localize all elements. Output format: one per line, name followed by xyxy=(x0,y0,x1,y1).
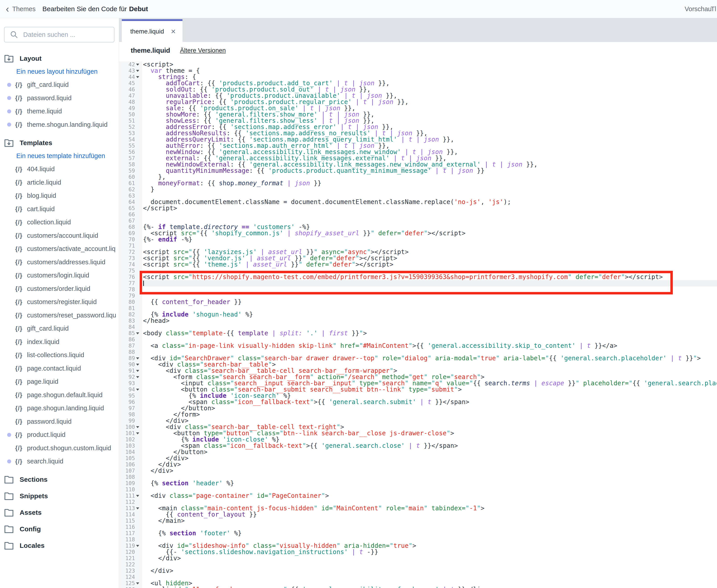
code-line[interactable]: 121 </div> xyxy=(119,555,717,562)
fold-toggle-icon[interactable] xyxy=(136,64,139,66)
sidebar-file-item[interactable]: {/}password.liquid xyxy=(0,91,119,105)
code-line[interactable]: 93 <input class="search__input search-ba… xyxy=(119,380,717,386)
sidebar-file-item[interactable]: {/}cart.liquid xyxy=(0,203,119,216)
code-line[interactable]: 123 </div> xyxy=(119,568,717,574)
code-line[interactable]: 102 {% include 'icon-close' %} xyxy=(119,436,717,443)
code-line[interactable]: 120 {{- 'sections.slideshow.navigation_i… xyxy=(119,549,717,555)
code-line[interactable]: 83</head> xyxy=(119,318,717,324)
sidebar-section-layout[interactable]: Layout xyxy=(0,52,119,65)
fold-toggle-icon[interactable] xyxy=(136,433,139,435)
code-line[interactable]: 88 xyxy=(119,349,717,355)
code-line[interactable]: 76<script src="https://shopify.magento-t… xyxy=(119,274,717,280)
code-line[interactable]: 116 xyxy=(119,524,717,530)
code-line[interactable]: 73<script src="{{ 'vendor.js' | asset_ur… xyxy=(119,255,717,261)
sidebar-file-item[interactable]: {/}product.shogun.custom.liquid xyxy=(0,442,119,455)
sidebar-folder-sections[interactable]: Sections xyxy=(0,471,119,488)
code-line[interactable]: 50 showMore: {{ 'general.filters.show_mo… xyxy=(119,111,717,118)
code-line[interactable]: 98 </form> xyxy=(119,412,717,418)
code-line[interactable]: 74<script src="{{ 'theme.js' | asset_url… xyxy=(119,261,717,268)
code-line[interactable]: 113 <main class="main-content js-focus-h… xyxy=(119,505,717,511)
code-line[interactable]: 90 <div class="search-bar__table"> xyxy=(119,361,717,368)
code-line[interactable]: 119 <div id="slideshow-info" class="visu… xyxy=(119,543,717,549)
code-line[interactable]: 61 moneyFormat: {{ shop.money_format | j… xyxy=(119,180,717,186)
fold-toggle-icon[interactable] xyxy=(136,545,139,547)
code-line[interactable]: 112 xyxy=(119,499,717,505)
code-line[interactable]: 122 xyxy=(119,562,717,568)
code-line[interactable]: 66 xyxy=(119,211,717,218)
code-line[interactable]: 86 xyxy=(119,336,717,343)
code-line[interactable]: 56 newWindow: {{ 'general.accessibility.… xyxy=(119,149,717,155)
code-line[interactable]: 63 xyxy=(119,193,717,199)
sidebar-file-item[interactable]: {/}page.contact.liquid xyxy=(0,362,119,375)
code-line[interactable]: 60 }, xyxy=(119,174,717,180)
code-line[interactable]: 97 </button> xyxy=(119,405,717,412)
sidebar-file-item[interactable]: {/}blog.liquid xyxy=(0,189,119,203)
older-versions-link[interactable]: Ältere Versionen xyxy=(180,47,226,54)
code-line[interactable]: 51 showLess: {{ 'general.filters.show_le… xyxy=(119,118,717,124)
code-line[interactable]: 110 xyxy=(119,486,717,493)
code-line[interactable]: 92 <form class="search search-bar__form"… xyxy=(119,374,717,380)
sidebar-file-item[interactable]: {/}page.liquid xyxy=(0,375,119,388)
code-line[interactable]: 114 {{ content_for_layout }} xyxy=(119,511,717,518)
code-line[interactable]: 117 {% section 'footer' %} xyxy=(119,530,717,537)
tab-theme-liquid[interactable]: theme.liquid ✕ xyxy=(122,19,182,42)
code-line[interactable]: 125 <ul hidden> xyxy=(119,580,717,586)
fold-toggle-icon[interactable] xyxy=(136,70,139,72)
code-line[interactable]: 44 strings: { xyxy=(119,74,717,80)
sidebar-file-item[interactable]: {/}article.liquid xyxy=(0,176,119,189)
theme-actions-clipped[interactable]: Tl xyxy=(711,0,716,18)
code-line[interactable]: 62 } xyxy=(119,186,717,193)
code-line[interactable]: 95 {% include 'icon-search' %} xyxy=(119,393,717,399)
sidebar-folder-config[interactable]: Config xyxy=(0,521,119,537)
sidebar-file-item[interactable]: {/}product.liquid xyxy=(0,428,119,442)
fold-toggle-icon[interactable] xyxy=(136,495,139,497)
sidebar-section-templates[interactable]: Templates xyxy=(0,136,119,149)
sidebar-file-item[interactable]: {/}password.liquid xyxy=(0,415,119,428)
search-input[interactable] xyxy=(23,31,108,39)
sidebar-folder-assets[interactable]: Assets xyxy=(0,504,119,521)
code-line[interactable]: 72<script src="{{ 'lazysizes.js' | asset… xyxy=(119,249,717,255)
sidebar-folder-locales[interactable]: Locales xyxy=(0,537,119,554)
code-line[interactable]: 43 var theme = { xyxy=(119,68,717,74)
preview-link[interactable]: Vorschau xyxy=(685,5,712,13)
code-line[interactable]: 42<script> xyxy=(119,61,717,68)
add-layout-link[interactable]: Ein neues layout hinzufügen xyxy=(0,65,119,78)
code-line[interactable]: 45 addToCart: {{ 'products.product.add_t… xyxy=(119,80,717,86)
sidebar-folder-snippets[interactable]: Snippets xyxy=(0,488,119,504)
sidebar-file-item[interactable]: {/}gift_card.liquid xyxy=(0,78,119,91)
code-line[interactable]: 46 soldOut: {{ 'products.product.sold_ou… xyxy=(119,86,717,93)
sidebar-file-item[interactable]: {/}collection.liquid xyxy=(0,216,119,229)
code-line[interactable]: 49 sale: {{ 'products.product.on_sale' |… xyxy=(119,105,717,111)
sidebar-file-item[interactable]: {/}customers/order.liquid xyxy=(0,282,119,296)
code-line[interactable]: 105 </div> xyxy=(119,455,717,461)
sidebar-file-item[interactable]: {/}theme.liquid xyxy=(0,105,119,118)
sidebar-file-item[interactable]: {/}index.liquid xyxy=(0,335,119,349)
fold-toggle-icon[interactable] xyxy=(136,364,139,366)
code-line[interactable]: 64 document.documentElement.className = … xyxy=(119,199,717,205)
code-line[interactable]: 124 xyxy=(119,574,717,580)
code-editor[interactable]: 42<script>43 var theme = {44 strings: {4… xyxy=(119,61,717,588)
sidebar-file-item[interactable]: {/}page.shogun.default.liquid xyxy=(0,388,119,402)
code-line[interactable]: 82 {% include 'shogun-head' %} xyxy=(119,311,717,318)
sidebar-file-item[interactable]: {/}theme.shogun.landing.liquid xyxy=(0,118,119,131)
code-line[interactable]: 53 addressNoResults: {{ 'sections.map.ad… xyxy=(119,130,717,136)
code-line[interactable]: 104 </button> xyxy=(119,449,717,455)
fold-toggle-icon[interactable] xyxy=(136,583,139,584)
sidebar-file-item[interactable]: {/}customers/addresses.liquid xyxy=(0,256,119,269)
fold-toggle-icon[interactable] xyxy=(136,332,139,334)
code-line[interactable]: 103 <span class="icon__fallback-text">{{… xyxy=(119,443,717,449)
code-line[interactable]: 89 <div id="SearchDrawer" class="search-… xyxy=(119,355,717,361)
fold-toggle-icon[interactable] xyxy=(136,376,139,378)
sidebar-file-item[interactable]: {/}gift_card.liquid xyxy=(0,322,119,335)
code-line[interactable]: 75 xyxy=(119,268,717,274)
code-line[interactable]: 87 <a class="in-page-link visually-hidde… xyxy=(119,343,717,349)
code-line[interactable]: 94 <button class="search-bar__submit sea… xyxy=(119,386,717,393)
sidebar-file-item[interactable]: {/}search.liquid xyxy=(0,455,119,468)
code-line[interactable]: 47 unavailable: {{ 'products.product.una… xyxy=(119,93,717,99)
code-line[interactable]: 91 <div class="search-bar__table-cell se… xyxy=(119,368,717,374)
fold-toggle-icon[interactable] xyxy=(136,426,139,428)
code-line[interactable]: 54 addressQueryLimit: {{ 'sections.map.a… xyxy=(119,136,717,143)
fold-toggle-icon[interactable] xyxy=(136,357,139,359)
fold-toggle-icon[interactable] xyxy=(136,370,139,372)
sidebar-file-item[interactable]: {/}page.shogun.landing.liquid xyxy=(0,402,119,415)
